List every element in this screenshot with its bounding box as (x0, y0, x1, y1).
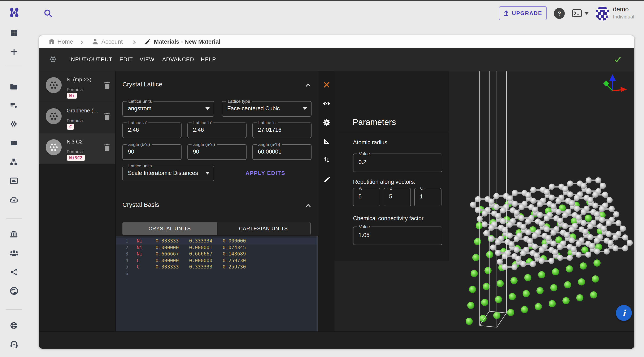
chevron-down-icon[interactable] (584, 12, 589, 15)
repetition-a-input[interactable]: A 5 (353, 188, 380, 206)
help-icon[interactable]: ? (554, 8, 565, 19)
chevron-down-icon (206, 172, 210, 175)
search-icon[interactable] (44, 9, 53, 20)
person-icon[interactable] (92, 38, 98, 47)
lattice-type-select[interactable]: Lattice type Face-centered Cubic (222, 101, 312, 117)
avatar[interactable] (595, 6, 610, 23)
menu-input-output[interactable]: INPUT/OUTPUT (69, 48, 112, 71)
bank-icon (10, 230, 18, 238)
image-icon (10, 177, 18, 185)
set-square-icon[interactable] (322, 137, 331, 146)
chevron-up-icon[interactable] (305, 81, 311, 89)
info-button[interactable]: i (616, 305, 632, 321)
sidebar-item-dashboard[interactable] (9, 28, 18, 37)
menu-view[interactable]: VIEW (140, 48, 154, 71)
material-title: Ni3 C2 (67, 139, 103, 145)
list-item[interactable]: Graphene (… Formula: C (39, 102, 115, 133)
list-item-selected[interactable]: Ni3 C2 Formula: Ni3C2 (39, 133, 115, 164)
menu-advanced[interactable]: ADVANCED (162, 48, 194, 71)
basis-units-tabs: CRYSTAL UNITS CARTESIAN UNITS (122, 222, 311, 235)
breadcrumb-home[interactable]: Home (58, 35, 73, 48)
sidebar-item-images[interactable] (9, 176, 18, 185)
editor-line[interactable]: 1Ni0.3333330.3333340.000000 (116, 238, 318, 244)
sidebar-item-help-center[interactable] (9, 321, 18, 330)
atoms-cluster-icon (49, 55, 58, 66)
trash-icon[interactable] (104, 113, 110, 122)
menu-help[interactable]: HELP (201, 48, 216, 71)
sidebar-item-workflows[interactable] (9, 157, 18, 167)
field-value: 90 (128, 145, 134, 159)
material-title: Ni (mp-23) (67, 77, 103, 83)
user-name[interactable]: demo (613, 6, 629, 13)
lattice-b-input[interactable]: Lattice 'b' 2.46 (188, 123, 246, 138)
sidebar-item-materials[interactable] (9, 120, 18, 129)
repetition-b-input[interactable]: B 5 (384, 188, 411, 206)
workflow-icon (10, 158, 18, 166)
trash-icon[interactable] (104, 144, 110, 153)
chevron-up-icon[interactable] (305, 202, 311, 209)
editor-line[interactable]: 5C0.3333330.3333330.259730 (116, 264, 318, 270)
user-plan: Individual (613, 14, 634, 20)
app-window: UPGRADE ? (0, 0, 644, 357)
material-editor-form: Crystal Lattice Lattice units angstrom L… (115, 71, 318, 331)
sidebar-item-jobs[interactable] (9, 101, 18, 110)
field-value: 0.2 (358, 154, 366, 171)
close-icon[interactable] (322, 80, 331, 89)
chevron-right-icon (79, 39, 84, 47)
material-formula-chip: Ni3C2 (67, 155, 85, 161)
axes-gizmo[interactable] (598, 72, 632, 98)
check-icon[interactable] (614, 57, 621, 64)
sidebar-item-explore[interactable] (9, 286, 18, 295)
upload-icon (504, 10, 509, 17)
card-footer (39, 331, 634, 348)
pencil-icon[interactable] (322, 175, 331, 184)
divider (339, 131, 449, 131)
basis-code-editor[interactable]: 1Ni0.3333330.3333340.0000002Ni0.0000000.… (116, 236, 318, 331)
editor-line[interactable]: 6 (116, 270, 318, 277)
atomic-radius-input[interactable]: Value 0.2 (353, 154, 442, 172)
angle-bc-input[interactable]: angle (b^c) 90 (122, 144, 182, 160)
cloud-upload-icon (10, 195, 18, 204)
sidebar-item-support[interactable] (9, 339, 18, 348)
swap-vert-icon[interactable] (322, 155, 331, 164)
trash-icon[interactable] (104, 82, 110, 91)
sidebar-item-organization[interactable] (9, 229, 18, 239)
eye-icon[interactable] (322, 99, 331, 108)
angle-ab-input[interactable]: angle (a^b) 60.00001 (252, 144, 312, 160)
lattice-c-input[interactable]: Lattice 'c' 27.01716 (252, 123, 312, 138)
material-formula-label: Formula: (67, 118, 84, 123)
gear-icon[interactable] (322, 118, 331, 127)
home-icon[interactable] (48, 38, 55, 47)
editor-line[interactable]: 4C0.0000000.0000000.259730 (116, 257, 318, 264)
parameters-title: Parameters (352, 118, 396, 127)
sidebar-item-share[interactable] (9, 267, 18, 276)
upgrade-button[interactable]: UPGRADE (499, 6, 547, 20)
editor-line[interactable]: 3Ni0.6666670.6666670.148689 (116, 251, 318, 257)
breadcrumb-account[interactable]: Account (102, 35, 123, 48)
repetition-c-input[interactable]: C 1 (414, 188, 442, 206)
sidebar-item-one-badge[interactable]: 1 (9, 138, 18, 148)
list-item[interactable]: Ni (mp-23) Formula: Ni (39, 71, 115, 102)
material-formula-chip: Ni (67, 93, 77, 99)
apply-edits-button[interactable]: APPLY EDITS (232, 166, 299, 180)
lattice-units-scale-select[interactable]: Lattice units Scale Interatomic Distance… (122, 166, 214, 181)
field-value: Scale Interatomic Distances (128, 166, 198, 180)
sidebar-item-team[interactable] (9, 248, 18, 258)
editor-line[interactable]: 2Ni0.0000000.0000010.074345 (116, 244, 318, 251)
logo-icon[interactable] (8, 7, 20, 20)
tab-cartesian-units[interactable]: CARTESIAN UNITS (216, 222, 310, 235)
folder-icon (10, 82, 18, 91)
lattice-a-input[interactable]: Lattice 'a' 2.46 (122, 123, 182, 138)
sidebar-item-projects[interactable] (9, 82, 18, 91)
top-bar: UPGRADE ? (0, 1, 644, 25)
sidebar-item-new[interactable] (9, 47, 18, 56)
breadcrumb: Home Account Materials - New Material (39, 35, 634, 48)
angle-ac-input[interactable]: angle (a^c) 90 (188, 144, 246, 160)
chevron-down-icon (206, 107, 210, 110)
chemical-connectivity-input[interactable]: Value 1.05 (353, 226, 442, 245)
sidebar-item-uploads[interactable] (9, 195, 18, 204)
terminal-icon[interactable] (572, 9, 583, 20)
menu-edit[interactable]: EDIT (120, 48, 133, 71)
tab-crystal-units[interactable]: CRYSTAL UNITS (123, 222, 216, 235)
lattice-units-select[interactable]: Lattice units angstrom (122, 101, 214, 117)
